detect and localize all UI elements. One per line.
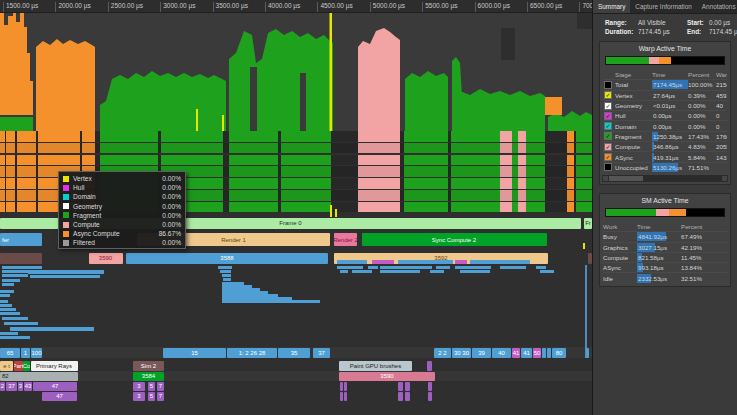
warp-table-scrollbar[interactable] [602,175,728,182]
compute-bar[interactable]: 5 [148,392,155,402]
draw-bar[interactable]: 80 [552,348,566,358]
stage-checkbox[interactable] [604,81,612,89]
compute-bar[interactable] [398,382,403,392]
sim-2-bar[interactable]: Sim 2 [133,361,164,371]
draw-bar[interactable]: 35 [278,348,310,358]
column-header: Stage [615,71,652,78]
render-2-bar[interactable]: Render 2 [334,233,357,246]
marker-bar[interactable]: Part [14,361,23,371]
stage-checkbox[interactable]: ✓ [604,143,612,151]
warp-table-row[interactable]: ✓Compute346.86µs4.83%205570 [603,141,727,151]
draw-bar[interactable]: 65 [0,348,20,358]
draw-bar[interactable] [547,348,551,358]
compute-bar[interactable]: 3 [133,392,145,402]
sm-table-row[interactable]: Graphics3027.15µs42.19% [603,242,727,252]
stage-checkbox[interactable]: ✓ [604,122,612,130]
compute-bar[interactable] [428,392,432,402]
stage-checkbox[interactable] [604,163,612,171]
compute-bar[interactable] [344,392,347,402]
compute-bar[interactable]: 37 [6,382,17,392]
sm-table-row[interactable]: Idle2332.53µs32.51% [603,272,727,282]
compute-bar[interactable]: 47 [33,382,77,392]
stage-cell: Hull [615,112,652,119]
sm-table-row[interactable]: ASync993.18µs13.84% [603,262,727,272]
sm-table-row[interactable]: Compute821.58µs11.45% [603,252,727,262]
sm-strip-row[interactable] [0,143,592,154]
compute-bar[interactable] [405,392,410,402]
frame-next-bar[interactable]: Fr [584,218,592,229]
draw-bar[interactable]: 50 [533,348,541,358]
compute-bar[interactable]: 5 [148,382,155,392]
draw-bar[interactable]: 1 [21,348,30,358]
compute-bar[interactable]: 43 [24,382,32,392]
cmdlist-3588-bar[interactable]: 3588 [126,253,328,265]
sm-utilization-chart[interactable] [0,13,592,133]
warp-table-row[interactable]: ✓ASync419.31µs5.84%143173 [603,151,727,161]
cmdlist-3590-bar[interactable]: 3590 [89,253,123,265]
compute-bar[interactable]: 47 [42,392,77,402]
draw-bar[interactable]: 15 [163,348,226,358]
draw-bar[interactable] [542,348,546,358]
draw-bar[interactable]: 39 [472,348,491,358]
stage-checkbox[interactable]: ✓ [604,102,612,110]
draw-bar[interactable]: 41 [521,348,532,358]
warp-table-row[interactable]: ✓Domain0.00µs0.00%0 [603,120,727,130]
compute-bar[interactable]: 2 [0,382,5,392]
stage-checkbox[interactable]: ✓ [604,153,612,161]
marker-bar[interactable] [427,361,432,371]
draw-bar[interactable]: 40 [492,348,511,358]
cmdlist-edge-bar[interactable] [588,253,592,265]
warp-table-row[interactable]: ✓Fragment1250.38µs17.43%1760251 [603,131,727,141]
buffer-bar[interactable]: fer [0,233,42,246]
paint-gpu-brushes-bar[interactable]: Paint GPU brushes [339,361,412,371]
draw-bar[interactable]: 100 [31,348,42,358]
compute-bar[interactable] [344,382,347,392]
marker-bar[interactable]: Co [23,361,30,371]
marker-bar[interactable]: e t [0,361,13,371]
warp-table-row[interactable]: Unoccupied5130.26µs71.51% [603,162,727,172]
compute-bar[interactable]: 7 [157,392,164,402]
warp-table-row[interactable]: Total7174.45µs100.00%2154946 [603,79,727,89]
warp-table-row[interactable]: ✓Hull0.00µs0.00%0 [603,110,727,120]
scroll-thumb[interactable] [609,176,643,181]
draw-bar[interactable]: 30 30 [452,348,471,358]
range-bar[interactable]: 82 [0,372,78,382]
compute-bar[interactable] [405,382,410,392]
cmdlist-bar[interactable] [0,253,42,265]
range-bar[interactable]: 3590 [339,372,435,382]
tab-summary[interactable]: Summary [593,0,630,13]
compute-bar[interactable]: 7 [157,382,164,392]
draw-bar[interactable]: 37 [313,348,330,358]
compute-bar[interactable] [340,392,343,402]
compute-bar[interactable] [398,392,403,402]
scroll-left-icon[interactable] [603,176,608,181]
compute-bar[interactable]: 3 [133,382,145,392]
time-ruler[interactable]: 1500.00 µs2000.00 µs2500.00 µs3000.00 µs… [0,0,592,13]
stage-checkbox[interactable]: ✓ [604,112,612,120]
ruler-tick-label: 3500.00 µs [216,2,248,9]
time-cursor-line[interactable] [585,265,587,358]
compute-bar[interactable] [428,382,432,392]
sm-strip-row[interactable] [0,131,592,142]
draw-bar[interactable]: 41 [512,348,520,358]
draw-bar[interactable]: 1: 2 26 28 [227,348,277,358]
warp-table-row[interactable]: ✓Vertex27.64µs0.39%45912 [603,90,727,100]
scroll-right-icon[interactable] [722,176,727,181]
drawcall-sub-bar [10,327,94,331]
range-bar[interactable]: 3584 [133,372,164,382]
percent-cell: 0.00% [688,123,716,130]
compute-bar[interactable] [340,382,343,392]
stage-checkbox[interactable]: ✓ [604,91,612,99]
warp-table-row[interactable]: ✓Geometry<0.01µs0.00%40 [603,100,727,110]
primary-rays-bar[interactable]: Primary Rays [31,361,78,371]
sm-strip-row[interactable] [0,155,592,166]
stage-checkbox[interactable]: ✓ [604,132,612,140]
timeline-area[interactable]: 1500.00 µs2000.00 µs2500.00 µs3000.00 µs… [0,0,592,415]
sync-compute-2-bar[interactable]: Sync Compute 2 [362,233,547,246]
tab-annotations[interactable]: Annotations [697,0,737,13]
draw-bar[interactable]: 2 2 [434,348,451,358]
tab-capture-information[interactable]: Capture Information [630,0,696,13]
tooltip-stage-value: 0.00% [162,193,181,200]
sm-table-row[interactable]: Busy4841.92µs67.49% [603,231,727,241]
compute-bar[interactable]: 3 [18,382,23,392]
